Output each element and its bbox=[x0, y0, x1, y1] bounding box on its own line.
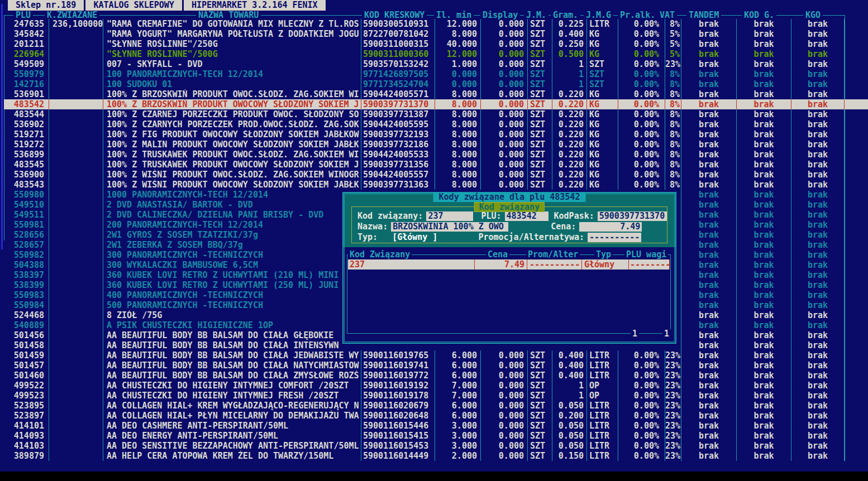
cell-plu: 501457 bbox=[4, 360, 49, 371]
cell-plu: 540889 bbox=[4, 320, 49, 330]
typ-selector[interactable]: [Główny ] bbox=[392, 232, 437, 243]
cell-nazwa: 300 PANORAMICZNYCH -TECHNICZYCH bbox=[103, 250, 361, 260]
table-row[interactable]: 247635236,100000"RAMA CREMAFINE" DO GOTO… bbox=[4, 19, 845, 29]
cell-plu: 523897 bbox=[4, 411, 49, 421]
cell-pralk: 0.00% bbox=[618, 89, 665, 99]
titlebar-shop-number[interactable]: Sklep nr.189 bbox=[8, 0, 84, 11]
cell-display: 0.000 bbox=[481, 119, 528, 129]
cell-kod: 5900116019765 bbox=[361, 350, 435, 360]
table-row[interactable]: 483544100% Z CZARNEJ PORZECZKI PRODUKT O… bbox=[4, 109, 845, 119]
table-row[interactable]: 519271100% Z FIG PRODUKT OWOCOWY SŁODZON… bbox=[4, 129, 845, 140]
cell-nazwa: 300 WYKALACZKI BAMBUSOWE 6,5CM bbox=[103, 260, 361, 270]
cell-kodg: brak bbox=[737, 350, 791, 360]
cell-pralk: 0.00% bbox=[618, 99, 665, 109]
cell-tandem: brak bbox=[681, 260, 737, 270]
cell-gram: 0.220 bbox=[552, 129, 587, 140]
cell-tandem: brak bbox=[681, 190, 737, 200]
cell-jmg: LITR bbox=[587, 19, 618, 29]
cell-jmg: LITR bbox=[587, 350, 618, 360]
page-indicator-current: 1 bbox=[631, 329, 639, 338]
cell-kodg: brak bbox=[737, 59, 791, 69]
cell-tandem: brak bbox=[681, 411, 737, 421]
cell-kod: 5900116014449 bbox=[361, 451, 435, 461]
table-row[interactable]: 142716100 SUDOKU 0197717345247040.0000.0… bbox=[4, 79, 845, 89]
cell-kz bbox=[49, 39, 103, 49]
cell-gram: 0.050 bbox=[552, 441, 587, 451]
cell-jmg: LITR bbox=[587, 371, 618, 381]
cell-display: 0.000 bbox=[481, 421, 528, 431]
cell-ilmin: 6.000 bbox=[435, 371, 481, 381]
cell-kodg: brak bbox=[737, 109, 791, 119]
table-row[interactable]: 501460AA BEAUTIFUL BODY BB BALSAM DO CIA… bbox=[4, 371, 845, 381]
cell-jmg: SZT bbox=[587, 69, 618, 79]
table-row[interactable]: 201211"SŁYNNE ROŚLINNE"/250G590031100031… bbox=[4, 39, 845, 49]
table-row[interactable]: 389879AA HELP CERA ATOPOWA KREM ŻEL DO T… bbox=[4, 451, 845, 461]
cell-plu: 523895 bbox=[4, 401, 49, 411]
cell-vat: 8% bbox=[665, 170, 681, 180]
cell-gram: 0.050 bbox=[552, 401, 587, 411]
cell-jm: SZT bbox=[528, 160, 552, 170]
cell-jmg: KG bbox=[587, 129, 618, 140]
cell-kodg: brak bbox=[737, 140, 791, 150]
nazwa-field[interactable]: BRZOSKWINIA 100% Z OWO bbox=[391, 222, 508, 232]
table-row[interactable]: 499523AA CHUSTECZKI DO HIGIENY INTYMNEJ … bbox=[4, 391, 845, 401]
table-row[interactable]: 345842"RAMA YOGURT" MARGARYNA PÓŁTŁUSTA … bbox=[4, 29, 845, 39]
cell-tandem: brak bbox=[681, 300, 737, 310]
cell-kodg: brak bbox=[737, 210, 791, 220]
cell-kodg: brak bbox=[737, 240, 791, 250]
cell-tandem: brak bbox=[681, 29, 737, 39]
cell-kod: 5900116019772 bbox=[361, 371, 435, 381]
cell-tandem: brak bbox=[681, 391, 737, 401]
cell-kodg: brak bbox=[737, 290, 791, 300]
table-row[interactable]: 549509007 - SKYFALL - DVD59035701532421.… bbox=[4, 59, 845, 69]
cell-kodg: brak bbox=[737, 29, 791, 39]
table-row[interactable]: 414093AA DEO ENERGY ANTI-PERSPIRANT/50ML… bbox=[4, 431, 845, 441]
cell-jm: SZT bbox=[528, 79, 552, 89]
cell-gram: 0.050 bbox=[552, 431, 587, 441]
cell-tandem: brak bbox=[681, 270, 737, 280]
cell-nazwa: 8 ZIÓŁ /75G bbox=[103, 310, 361, 320]
table-row[interactable]: 523895AA COLLAGEN HIAL+ KREM WYGŁADZAJĄC… bbox=[4, 401, 845, 411]
cell-tandem: brak bbox=[681, 19, 737, 29]
kodpask-field[interactable]: 5900397731370 bbox=[598, 211, 667, 221]
table-row[interactable]: 414101AA DEO CASHMERE ANTI-PERSPIRANT/50… bbox=[4, 421, 845, 431]
table-row[interactable]: 483545100% Z TRUSKAWEK PRODUKT OWOCOWY S… bbox=[4, 160, 845, 170]
table-row[interactable]: 414103AA DEO SENSITIVE BEZZAPACHOWY ANTI… bbox=[4, 441, 845, 451]
table-row[interactable]: 499522AA CHUSTECZKI DO HIGIENY INTYMNEJ … bbox=[4, 381, 845, 391]
table-row[interactable]: 483543100% Z WIŚNI PRODUKT OWOCOWY SŁODZ… bbox=[4, 180, 845, 190]
cell-kz bbox=[49, 29, 103, 39]
table-row[interactable]: 550979100 PANORAMICZNYCH-TECH 12/2014977… bbox=[4, 69, 845, 79]
table-row[interactable]: 483542100% Z BRZOSKWIŃ PRODUKT OWOCOWY S… bbox=[4, 99, 845, 109]
table-row[interactable]: 501457AA BEAUTIFUL BODY BB BALSAM DO CIA… bbox=[4, 360, 845, 371]
cell-display: 0.000 bbox=[481, 59, 528, 69]
table-row[interactable]: 536901100% Z BRZOSKWIŃ PRODUKT OWOC.SŁOD… bbox=[4, 89, 845, 99]
plu-field[interactable]: 483542 bbox=[505, 211, 549, 221]
table-row[interactable]: 226964"SŁYNNE ROŚLINNE"/500G590031100036… bbox=[4, 49, 845, 59]
cell-nazwa: "SŁYNNE ROŚLINNE"/250G bbox=[103, 39, 361, 49]
cell-kgo: brak bbox=[791, 39, 845, 49]
cell-kodg: brak bbox=[737, 250, 791, 260]
cell-pralk: 0.00% bbox=[618, 381, 665, 391]
table-row[interactable]: 501459AA BEAUTIFUL BODY BB BALSAM DO CIA… bbox=[4, 350, 845, 360]
cell-tandem: brak bbox=[681, 240, 737, 250]
cena-field[interactable]: 7.49 bbox=[579, 222, 642, 232]
cell-kgo: brak bbox=[791, 350, 845, 360]
cell-plu: 538397 bbox=[4, 270, 49, 280]
cell-kgo: brak bbox=[791, 381, 845, 391]
cell-nazwa: 100% Z MALIN PRODUKT OWOCOWY SŁODZONY SO… bbox=[103, 140, 361, 150]
table-row[interactable]: 519272100% Z MALIN PRODUKT OWOCOWY SŁODZ… bbox=[4, 140, 845, 150]
table-row[interactable]: 536899100% Z TRUSKAWEK PRODUKT OWOC.SŁOD… bbox=[4, 150, 845, 160]
table-row[interactable]: 536900100% Z WIŚNI PRODUKT OWOC.SŁODZ. Z… bbox=[4, 170, 845, 180]
cell-tandem: brak bbox=[681, 451, 737, 461]
cell-kz bbox=[49, 69, 103, 79]
titlebar-module-name[interactable]: KATALOG SKLEPOWY bbox=[84, 0, 182, 11]
cell-display: 0.000 bbox=[481, 140, 528, 150]
cell-vat: 5% bbox=[665, 49, 681, 59]
table-row[interactable]: 523897AA COLLAGEN HIAL+ PŁYN MICELARNY D… bbox=[4, 411, 845, 421]
promocja-label: Promocja/Alternatywa: bbox=[478, 232, 584, 243]
related-code-row[interactable]: 237 7.49 ---------- Główny -------- bbox=[348, 259, 670, 270]
promocja-field[interactable]: ---------- bbox=[588, 233, 641, 242]
column-header-jmg: J.M.G bbox=[584, 11, 613, 20]
kod-zwiazany-field[interactable]: 237 bbox=[426, 211, 473, 221]
table-row[interactable]: 536902100% Z CZARNYCH PORZECZEK PROD.OWO… bbox=[4, 119, 845, 129]
